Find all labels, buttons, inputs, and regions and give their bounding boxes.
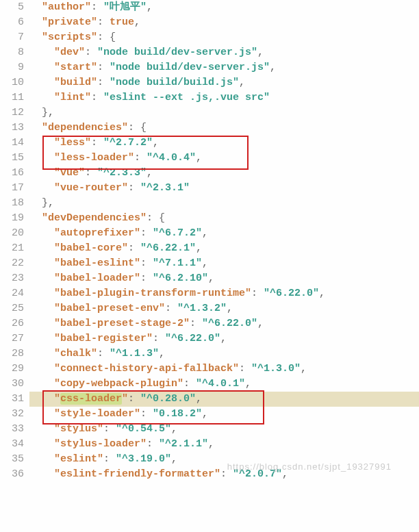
code-line[interactable]: "babel-eslint": "^7.1.1", [29, 256, 419, 271]
code-area[interactable]: https://blog.csdn.net/sjpt_19327991 "aut… [29, 0, 419, 482]
line-number: 15 [0, 151, 24, 166]
code-line[interactable]: "scripts": { [29, 30, 419, 45]
line-number: 12 [0, 105, 24, 121]
code-line[interactable]: "start": "node build/dev-server.js", [29, 60, 419, 75]
code-line[interactable]: "less-loader": "^4.0.4", [29, 151, 419, 166]
code-line[interactable]: "dependencies": { [29, 121, 419, 136]
code-line[interactable]: "private": true, [29, 15, 419, 30]
line-number: 5 [0, 0, 24, 15]
line-number: 20 [0, 226, 24, 241]
line-number: 22 [0, 256, 24, 271]
code-line[interactable]: "css-loader": "^0.28.0", [29, 392, 419, 407]
code-line[interactable]: "vue-router": "^2.3.1" [29, 181, 419, 196]
code-line[interactable]: "lint": "eslint --ext .js,.vue src" [29, 90, 419, 105]
line-number: 17 [0, 181, 24, 196]
code-line[interactable]: "babel-core": "^6.22.1", [29, 241, 419, 256]
code-line[interactable]: "babel-loader": "^6.2.10", [29, 271, 419, 286]
line-number: 23 [0, 271, 24, 286]
code-line[interactable]: "style-loader": "0.18.2", [29, 407, 419, 422]
code-line[interactable]: "author": "叶旭平", [29, 0, 419, 15]
code-line[interactable]: "stylus-loader": "^2.1.1", [29, 437, 419, 452]
line-number: 19▢ [0, 211, 24, 226]
code-line[interactable]: "chalk": "^1.1.3", [29, 346, 419, 362]
code-line[interactable]: "autoprefixer": "^6.7.2", [29, 226, 419, 241]
line-number: 10 [0, 75, 24, 90]
code-line[interactable]: "dev": "node build/dev-server.js", [29, 45, 419, 60]
line-number: 36 [0, 467, 24, 482]
line-number: 30 [0, 377, 24, 392]
line-number: 31 [0, 392, 24, 407]
code-editor[interactable]: 567▢8910111213▢141516171819▢202122232425… [0, 0, 419, 482]
watermark-text: https://blog.csdn.net/sjpt_19327991 [227, 461, 392, 472]
code-line[interactable]: "stylus": "^0.54.5", [29, 422, 419, 437]
line-number: 11 [0, 90, 24, 105]
line-number: 33 [0, 422, 24, 437]
code-line[interactable]: "babel-plugin-transform-runtime": "^6.22… [29, 286, 419, 301]
line-number-gutter: 567▢8910111213▢141516171819▢202122232425… [0, 0, 29, 482]
code-line[interactable]: }, [29, 196, 419, 211]
line-number: 28 [0, 346, 24, 362]
line-number: 14 [0, 136, 24, 151]
line-number: 13▢ [0, 121, 24, 136]
line-number: 7▢ [0, 30, 24, 45]
line-number: 9 [0, 60, 24, 75]
code-line[interactable]: }, [29, 105, 419, 121]
code-line[interactable]: "babel-preset-stage-2": "^6.22.0", [29, 316, 419, 331]
code-line[interactable]: "vue": "^2.3.3", [29, 166, 419, 181]
code-line[interactable]: "babel-preset-env": "^1.3.2", [29, 301, 419, 316]
line-number: 16 [0, 166, 24, 181]
line-number: 34 [0, 437, 24, 452]
line-number: 32 [0, 407, 24, 422]
code-line[interactable]: "devDependencies": { [29, 211, 419, 226]
line-number: 25 [0, 301, 24, 316]
line-number: 6 [0, 15, 24, 30]
line-number: 29 [0, 362, 24, 377]
code-line[interactable]: "connect-history-api-fallback": "^1.3.0"… [29, 362, 419, 377]
code-line[interactable]: "less": "^2.7.2", [29, 136, 419, 151]
line-number: 27 [0, 331, 24, 346]
line-number: 18 [0, 196, 24, 211]
code-line[interactable]: "build": "node build/build.js", [29, 75, 419, 90]
line-number: 26 [0, 316, 24, 331]
line-number: 8 [0, 45, 24, 60]
line-number: 21 [0, 241, 24, 256]
line-number: 35 [0, 452, 24, 467]
code-line[interactable]: "babel-register": "^6.22.0", [29, 331, 419, 346]
line-number: 24 [0, 286, 24, 301]
code-line[interactable]: "copy-webpack-plugin": "^4.0.1", [29, 377, 419, 392]
